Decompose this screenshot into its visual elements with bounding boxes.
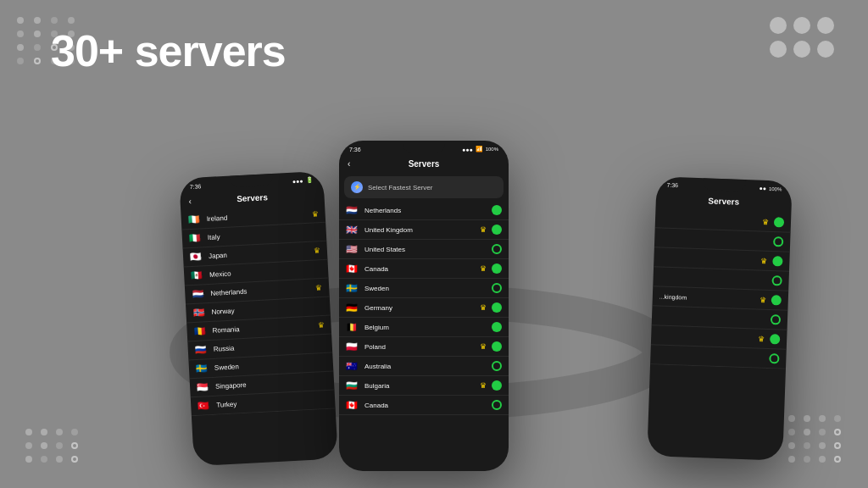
select-fastest-button[interactable]: ⚡ Select Fastest Server — [344, 176, 504, 198]
crown-icon: ♛ — [480, 225, 487, 234]
list-item[interactable]: 🇨🇦 Canada — [339, 396, 509, 415]
server-name: Turkey — [216, 396, 328, 409]
server-name: Sweden — [364, 285, 487, 292]
crown-icon: ♛ — [315, 284, 323, 292]
connected-indicator — [771, 295, 782, 305]
back-button-center[interactable]: ‹ — [348, 159, 350, 169]
server-name: Sweden — [214, 358, 326, 372]
server-name: Italy — [208, 228, 320, 241]
flag-canada: 🇨🇦 — [346, 264, 359, 274]
flag-sweden: 🇸🇪 — [196, 363, 210, 374]
list-item[interactable]: 🇸🇪 Sweden — [339, 279, 509, 298]
notch-right — [703, 178, 745, 191]
flag-italy: 🇮🇹 — [189, 233, 203, 243]
flag-germany: 🇩🇪 — [346, 303, 359, 313]
crown-icon: ♛ — [762, 218, 769, 226]
server-name: Australia — [364, 363, 487, 370]
flag-romania: 🇷🇴 — [193, 326, 208, 336]
list-item[interactable]: 🇧🇪 Belgium — [339, 318, 509, 337]
phone-header-center: ‹ Servers — [339, 154, 509, 174]
list-item[interactable]: 🇦🇺 Australia — [339, 357, 509, 376]
status-indicator — [771, 275, 782, 286]
server-name: Bulgaria — [364, 382, 475, 390]
server-name: ...kingdom — [659, 293, 754, 302]
server-name: Belgium — [364, 324, 487, 331]
connected-indicator — [492, 322, 502, 332]
flag-netherlands: 🇳🇱 — [192, 289, 206, 299]
flag-norway: 🇳🇴 — [192, 308, 207, 318]
flag-netherlands: 🇳🇱 — [346, 206, 359, 215]
server-name: Netherlands — [210, 285, 310, 297]
flag-sweden: 🇸🇪 — [346, 284, 359, 293]
dots-bl-decoration — [25, 429, 80, 463]
server-name: Russia — [214, 340, 326, 353]
flag-australia: 🇦🇺 — [346, 362, 359, 371]
flag-japan: 🇯🇵 — [190, 252, 204, 262]
crown-icon: ♛ — [311, 209, 319, 218]
crown-icon: ♛ — [480, 303, 487, 312]
server-name: Germany — [364, 304, 475, 312]
flag-poland: 🇵🇱 — [346, 342, 359, 352]
phone-left: 7:36 ●●● 🔋 ‹ Servers 🇮🇪 Ireland ♛ 🇮🇹 Ita… — [179, 171, 338, 466]
crown-icon: ♛ — [317, 320, 325, 329]
connected-indicator — [492, 225, 502, 235]
server-name: Canada — [364, 402, 487, 409]
flag-uk: 🇬🇧 — [346, 225, 359, 235]
list-item[interactable]: 🇧🇬 Bulgaria ♛ — [339, 376, 509, 396]
flag-bulgaria: 🇧🇬 — [346, 381, 359, 391]
list-item[interactable]: 🇩🇪 Germany ♛ — [339, 298, 509, 318]
crown-icon: ♛ — [480, 381, 487, 390]
server-name: Norway — [211, 302, 323, 316]
back-button-left[interactable]: ‹ — [188, 197, 192, 206]
list-item[interactable]: 🇬🇧 United Kingdom ♛ — [339, 220, 509, 240]
status-indicator — [769, 353, 779, 363]
phone-title-right: Servers — [708, 196, 739, 206]
server-name: Netherlands — [364, 207, 487, 214]
server-list-center: ⚡ Select Fastest Server 🇳🇱 Netherlands 🇬… — [339, 174, 509, 415]
list-item[interactable]: 🇨🇦 Canada ♛ — [339, 259, 509, 279]
server-name: Japan — [209, 247, 309, 260]
server-name: Ireland — [207, 210, 307, 223]
status-indicator — [492, 283, 502, 293]
server-list-right: ♛ ♛ ...kingdom ♛ ♛ — [650, 208, 791, 369]
phone-center: 7:36 ●●● 📶 100% ‹ Servers ⚡ Select Faste… — [339, 141, 509, 471]
connected-indicator — [492, 205, 502, 215]
status-indicator — [492, 400, 502, 410]
crown-icon: ♛ — [480, 342, 487, 351]
crown-icon: ♛ — [314, 247, 321, 255]
server-name: Singapore — [215, 377, 327, 391]
status-indicator — [492, 244, 502, 254]
server-name: Mexico — [209, 265, 321, 279]
flag-canada2: 🇨🇦 — [346, 401, 359, 410]
connected-indicator — [492, 302, 502, 313]
flag-singapore: 🇸🇬 — [197, 382, 211, 392]
flag-belgium: 🇧🇪 — [346, 323, 359, 332]
list-item[interactable]: 🇺🇸 United States — [339, 240, 509, 259]
notch-center — [403, 141, 445, 152]
main-heading: 30+ servers — [51, 25, 286, 76]
crown-icon: ♛ — [760, 296, 766, 304]
crown-icon: ♛ — [758, 335, 765, 343]
list-item[interactable] — [650, 345, 787, 369]
connected-indicator — [774, 217, 784, 227]
server-name: United States — [364, 246, 487, 253]
server-list-left: 🇮🇪 Ireland ♛ 🇮🇹 Italy 🇯🇵 Japan ♛ 🇲🇽 Mexi… — [181, 204, 335, 417]
connected-indicator — [492, 380, 502, 391]
list-item[interactable]: 🇳🇱 Netherlands — [339, 201, 509, 220]
connected-indicator — [770, 334, 780, 344]
server-name: Romania — [212, 322, 312, 335]
status-indicator — [771, 314, 781, 324]
crown-icon: ♛ — [480, 264, 487, 273]
server-name: Poland — [364, 343, 475, 351]
flag-us: 🇺🇸 — [346, 245, 359, 254]
connected-indicator — [772, 256, 782, 266]
status-indicator — [773, 236, 783, 247]
dots-br-decoration — [788, 415, 843, 463]
dots-tr-decoration — [770, 17, 834, 58]
list-item[interactable]: 🇵🇱 Poland ♛ — [339, 337, 509, 357]
phone-right: 7:36 ●● 100% Servers ♛ ♛ ...kingdom ♛ — [647, 176, 792, 460]
connected-indicator — [492, 263, 502, 274]
phone-title-center: Servers — [409, 159, 440, 169]
fastest-server-icon: ⚡ — [351, 181, 363, 193]
crown-icon: ♛ — [760, 257, 767, 265]
